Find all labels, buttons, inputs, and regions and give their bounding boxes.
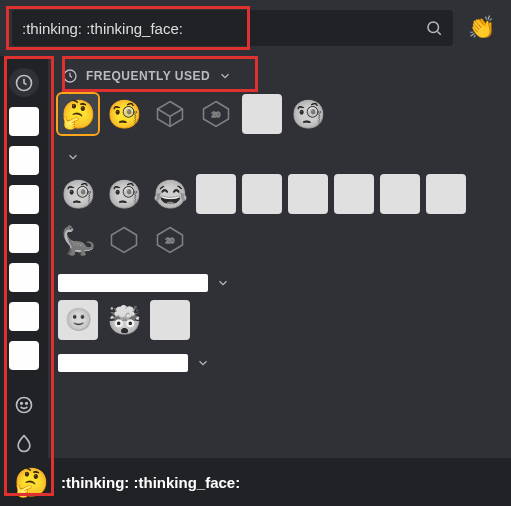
- server-name-placeholder: [58, 274, 208, 292]
- svg-text:20: 20: [166, 236, 174, 245]
- category-server-1[interactable]: [9, 107, 39, 136]
- emoji-monocle-grey[interactable]: 🧐: [288, 94, 328, 134]
- chevron-down-icon: [216, 276, 230, 290]
- svg-line-1: [437, 31, 440, 34]
- emoji-d20[interactable]: [104, 220, 144, 260]
- clap-emoji-icon: 👏: [468, 15, 495, 41]
- emoji-d20-b[interactable]: 20: [196, 94, 236, 134]
- server1-grid: 🧐 🧐 😂 🦕 20: [58, 170, 501, 270]
- emoji-item[interactable]: 🧐: [104, 174, 144, 214]
- emoji-picker-topbar: 👏: [0, 0, 511, 56]
- svg-marker-11: [112, 228, 137, 253]
- category-rail: [0, 56, 48, 458]
- server-section-1[interactable]: [58, 144, 501, 170]
- category-recent[interactable]: [9, 68, 39, 97]
- category-nature[interactable]: [9, 429, 39, 458]
- server-section-2[interactable]: [58, 270, 501, 296]
- server2-grid: 🙂 🤯: [58, 296, 501, 350]
- search-icon: [425, 19, 443, 37]
- svg-text:20: 20: [212, 110, 220, 119]
- category-server-2[interactable]: [9, 146, 39, 175]
- emoji-item[interactable]: 🦕: [58, 220, 98, 260]
- category-server-5[interactable]: [9, 263, 39, 292]
- emoji-thinking[interactable]: 🤔: [58, 94, 98, 134]
- category-people[interactable]: [9, 390, 39, 419]
- server-name-placeholder: [58, 354, 188, 372]
- chevron-down-icon: [66, 150, 80, 164]
- emoji-item[interactable]: [242, 174, 282, 214]
- preview-emoji-icon: 🤔: [14, 466, 49, 499]
- frequent-emoji-grid: 🤔 🧐 20 🧐: [58, 90, 501, 144]
- emoji-item[interactable]: 🤯: [104, 300, 144, 340]
- emoji-item[interactable]: 😂: [150, 174, 190, 214]
- chevron-down-icon: [196, 356, 210, 370]
- section-label: FREQUENTLY USED: [86, 69, 210, 83]
- emoji-monocle[interactable]: 🧐: [104, 94, 144, 134]
- svg-point-3: [17, 397, 32, 412]
- emoji-d20[interactable]: 20: [150, 220, 190, 260]
- category-server-6[interactable]: [9, 302, 39, 331]
- emoji-panel: FREQUENTLY USED 🤔 🧐 20 🧐 🧐 🧐: [48, 56, 511, 458]
- chevron-down-icon: [218, 69, 232, 83]
- search-input-wrap: [12, 10, 453, 46]
- emoji-item[interactable]: [380, 174, 420, 214]
- emoji-custom-dragon-noises[interactable]: [242, 94, 282, 134]
- emoji-item[interactable]: 🧐: [58, 174, 98, 214]
- category-server-3[interactable]: [9, 185, 39, 214]
- section-frequently-used[interactable]: FREQUENTLY USED: [58, 62, 501, 90]
- svg-point-4: [21, 402, 23, 404]
- emoji-item[interactable]: [334, 174, 374, 214]
- emoji-item[interactable]: [150, 300, 190, 340]
- emoji-item[interactable]: 🙂: [58, 300, 98, 340]
- svg-point-0: [428, 22, 439, 33]
- skin-tone-picker[interactable]: 👏: [463, 10, 499, 46]
- clock-icon: [62, 68, 78, 84]
- emoji-search-input[interactable]: [22, 20, 419, 37]
- emoji-item[interactable]: [288, 174, 328, 214]
- category-server-4[interactable]: [9, 224, 39, 253]
- category-server-7[interactable]: [9, 341, 39, 370]
- emoji-preview-footer: 🤔 :thinking: :thinking_face:: [0, 458, 511, 506]
- preview-emoji-label: :thinking: :thinking_face:: [61, 474, 240, 491]
- svg-point-5: [26, 402, 28, 404]
- emoji-item[interactable]: [426, 174, 466, 214]
- server-section-3[interactable]: [58, 350, 501, 376]
- emoji-d20-a[interactable]: [150, 94, 190, 134]
- emoji-item[interactable]: [196, 174, 236, 214]
